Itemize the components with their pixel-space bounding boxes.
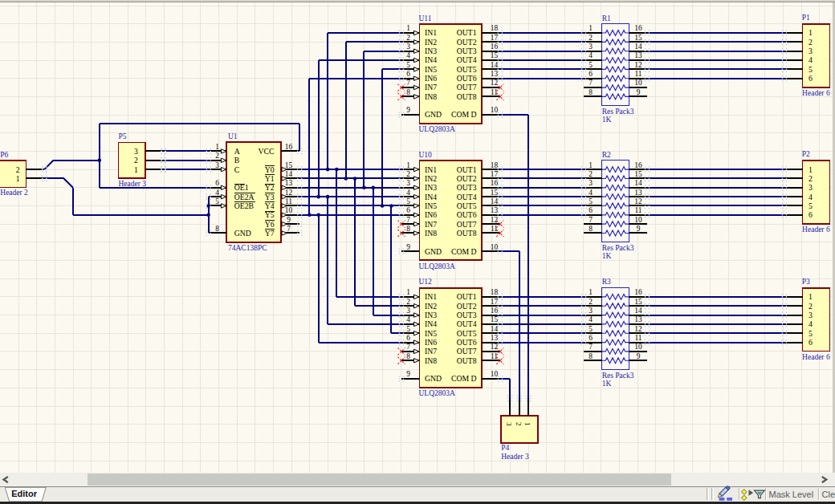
svg-text:A: A	[234, 147, 240, 156]
svg-text:IN2: IN2	[425, 38, 437, 47]
svg-text:4: 4	[406, 51, 410, 59]
svg-text:5: 5	[809, 65, 813, 74]
svg-text:R3: R3	[602, 278, 611, 286]
svg-text:Y2: Y2	[265, 183, 275, 192]
svg-text:IN2: IN2	[425, 174, 437, 183]
svg-text:1: 1	[809, 165, 813, 174]
svg-text:1K: 1K	[602, 252, 612, 260]
svg-text:6: 6	[809, 210, 813, 219]
svg-text:10: 10	[491, 370, 499, 378]
svg-text:17: 17	[491, 34, 499, 42]
svg-text:8: 8	[406, 352, 410, 360]
svg-text:13: 13	[491, 206, 499, 214]
svg-text:OE2B: OE2B	[234, 201, 254, 210]
svg-text:IN1: IN1	[425, 292, 437, 301]
svg-text:16: 16	[491, 43, 499, 51]
svg-text:1: 1	[406, 288, 410, 296]
svg-text:16: 16	[634, 24, 642, 32]
svg-text:15: 15	[634, 170, 642, 178]
svg-text:5: 5	[589, 197, 593, 205]
svg-text:7: 7	[589, 216, 593, 224]
svg-text:Clea: Clea	[822, 490, 835, 499]
svg-text:3: 3	[589, 179, 593, 187]
svg-text:OUT3: OUT3	[457, 183, 477, 192]
svg-text:9: 9	[406, 243, 410, 251]
svg-text:OUT6: OUT6	[457, 210, 477, 219]
svg-text:Y4: Y4	[265, 201, 275, 210]
svg-text:IN3: IN3	[425, 311, 437, 319]
svg-text:12: 12	[634, 61, 642, 69]
svg-text:12: 12	[491, 79, 499, 87]
svg-text:14: 14	[634, 43, 642, 51]
svg-text:OUT7: OUT7	[457, 347, 477, 356]
svg-text:7: 7	[406, 79, 410, 87]
svg-text:3: 3	[809, 183, 813, 192]
svg-text:3: 3	[809, 311, 813, 319]
svg-text:12: 12	[634, 197, 642, 205]
svg-text:Header 6: Header 6	[802, 226, 830, 234]
svg-text:15: 15	[491, 51, 499, 59]
svg-text:OUT2: OUT2	[457, 38, 477, 47]
svg-text:12: 12	[285, 189, 293, 197]
svg-text:P4: P4	[501, 444, 509, 452]
svg-text:1: 1	[589, 288, 593, 296]
svg-text:5: 5	[809, 201, 813, 210]
svg-text:U11: U11	[419, 14, 432, 22]
svg-text:15: 15	[634, 34, 642, 42]
svg-text:5: 5	[589, 325, 593, 333]
svg-text:OUT3: OUT3	[457, 311, 477, 319]
svg-text:4: 4	[406, 189, 410, 197]
svg-text:Y0: Y0	[265, 165, 275, 174]
svg-text:18: 18	[491, 161, 499, 169]
svg-text:2: 2	[215, 152, 219, 160]
svg-text:IN8: IN8	[425, 92, 437, 101]
svg-text:11: 11	[635, 70, 642, 78]
svg-text:IN8: IN8	[425, 229, 437, 238]
svg-text:OUT2: OUT2	[457, 302, 477, 311]
svg-text:13: 13	[634, 51, 642, 59]
svg-text:Y7: Y7	[265, 229, 275, 238]
svg-text:6: 6	[589, 334, 593, 342]
svg-text:16: 16	[634, 161, 642, 169]
svg-text:IN6: IN6	[425, 210, 437, 219]
svg-text:2: 2	[809, 38, 813, 47]
svg-text:12: 12	[634, 325, 642, 333]
svg-text:2: 2	[589, 170, 593, 178]
svg-text:1: 1	[16, 174, 20, 183]
svg-text:Res Pack3: Res Pack3	[602, 108, 634, 116]
svg-text:COM D: COM D	[451, 247, 477, 256]
svg-text:ULQ2803A: ULQ2803A	[419, 389, 456, 397]
svg-text:6: 6	[809, 338, 813, 347]
svg-text:10: 10	[491, 106, 499, 114]
svg-text:16: 16	[491, 307, 499, 315]
svg-text:1: 1	[215, 143, 219, 151]
svg-text:R1: R1	[602, 14, 611, 22]
svg-text:74AC138PC: 74AC138PC	[228, 244, 267, 252]
svg-text:IN6: IN6	[425, 74, 437, 83]
svg-text:Header 3: Header 3	[501, 453, 529, 461]
svg-text:1: 1	[589, 161, 593, 169]
svg-text:Mask Level: Mask Level	[769, 490, 814, 499]
svg-text:6: 6	[406, 70, 410, 78]
svg-text:11: 11	[285, 197, 292, 205]
svg-text:2: 2	[515, 422, 523, 426]
svg-text:10: 10	[634, 79, 642, 87]
svg-text:8: 8	[406, 225, 410, 233]
svg-text:2: 2	[406, 170, 410, 178]
svg-text:IN3: IN3	[425, 183, 437, 192]
svg-text:16: 16	[634, 288, 642, 296]
svg-text:C: C	[234, 165, 239, 174]
svg-text:4: 4	[589, 51, 593, 59]
svg-text:5: 5	[406, 197, 410, 205]
svg-text:U10: U10	[419, 151, 433, 159]
svg-text:10: 10	[634, 216, 642, 224]
svg-text:2: 2	[589, 298, 593, 306]
svg-text:13: 13	[285, 179, 293, 187]
svg-text:GND: GND	[234, 229, 251, 238]
svg-text:Y6: Y6	[265, 220, 275, 229]
svg-text:IN3: IN3	[425, 47, 437, 55]
svg-text:IN2: IN2	[425, 302, 437, 311]
svg-text:1: 1	[406, 161, 410, 169]
svg-text:14: 14	[634, 179, 642, 187]
svg-text:3: 3	[134, 147, 138, 156]
